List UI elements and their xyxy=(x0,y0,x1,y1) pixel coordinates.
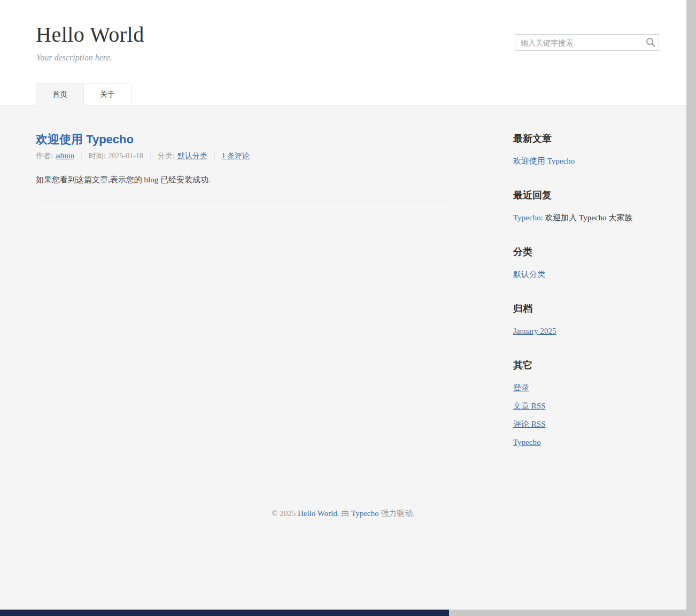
meta-separator: | xyxy=(81,152,82,160)
category-item-link[interactable]: 默认分类 xyxy=(513,270,545,279)
post-body-text: 如果您看到这篇文章,表示您的 blog 已经安装成功. xyxy=(36,174,447,186)
sidebar: 最新文章 欢迎使用 Typecho 最近回复 Typecho: 欢迎加入 Typ… xyxy=(513,132,659,508)
content-row: 欢迎使用 Typecho 作者:admin|时间:2025-01-18|分类:默… xyxy=(0,105,686,508)
time-label: 时间: xyxy=(89,152,106,160)
list-item: 评论 RSS xyxy=(513,419,659,429)
widget-title-categories: 分类 xyxy=(513,245,659,258)
widget-recent-comments: 最近回复 Typecho: 欢迎加入 Typecho 大家族 xyxy=(513,189,659,223)
meta-separator: | xyxy=(214,152,215,160)
list-item: 登录 xyxy=(513,382,659,393)
post-rss-link[interactable]: 文章 RSS xyxy=(513,402,545,410)
list-item: January 2025 xyxy=(513,326,659,336)
meta-separator: | xyxy=(150,152,151,160)
author-link[interactable]: admin xyxy=(56,152,74,160)
list-item: 文章 RSS xyxy=(513,401,659,411)
post-meta: 作者:admin|时间:2025-01-18|分类:默认分类|1 条评论 xyxy=(36,151,447,161)
footer-site-link[interactable]: Hello World xyxy=(298,509,337,518)
main-nav: 首页 关于 xyxy=(0,83,686,105)
widget-title-misc: 其它 xyxy=(513,359,659,372)
widget-categories: 分类 默认分类 xyxy=(513,245,659,280)
typecho-blog-page: Hello World Your description here. 首页 关于… xyxy=(0,0,686,610)
widget-misc: 其它 登录 文章 RSS 评论 RSS Typecho xyxy=(513,359,659,448)
comment-text: : 欢迎加入 Typecho 大家族 xyxy=(540,213,632,222)
widget-title-recent-posts: 最新文章 xyxy=(513,132,659,145)
time-value: 2025-01-18 xyxy=(109,152,143,160)
site-footer: © 2025 Hello World. 由 Typecho 强力驱动. xyxy=(0,508,686,609)
footer-text-middle: . 由 xyxy=(337,509,351,518)
widget-recent-posts: 最新文章 欢迎使用 Typecho xyxy=(513,132,659,166)
login-link[interactable]: 登录 xyxy=(513,383,529,392)
category-label: 分类: xyxy=(158,152,175,160)
nav-tab-about[interactable]: 关于 xyxy=(83,83,132,105)
list-item: Typecho: 欢迎加入 Typecho 大家族 xyxy=(513,212,659,223)
footer-engine-link[interactable]: Typecho xyxy=(351,509,378,518)
magnifier-icon xyxy=(645,37,656,48)
list-item: Typecho xyxy=(513,437,659,448)
recent-post-link[interactable]: 欢迎使用 Typecho xyxy=(513,157,575,165)
site-header: Hello World Your description here. 首页 关于 xyxy=(0,0,686,105)
comment-rss-link[interactable]: 评论 RSS xyxy=(513,420,545,428)
footer-text-suffix: 强力驱动. xyxy=(379,509,415,518)
page-body: 欢迎使用 Typecho 作者:admin|时间:2025-01-18|分类:默… xyxy=(0,105,686,609)
post-divider xyxy=(36,203,447,203)
search-box xyxy=(515,34,659,51)
comments-link[interactable]: 1 条评论 xyxy=(221,152,250,160)
category-link[interactable]: 默认分类 xyxy=(177,152,207,160)
post-list: 欢迎使用 Typecho 作者:admin|时间:2025-01-18|分类:默… xyxy=(36,132,447,508)
search-button[interactable] xyxy=(644,36,657,49)
author-label: 作者: xyxy=(36,152,53,160)
post: 欢迎使用 Typecho 作者:admin|时间:2025-01-18|分类:默… xyxy=(36,132,447,203)
list-item: 欢迎使用 Typecho xyxy=(513,156,659,166)
archive-link[interactable]: January 2025 xyxy=(513,327,556,335)
widget-archives: 归档 January 2025 xyxy=(513,302,659,336)
taskbar-strip xyxy=(0,610,449,616)
comment-author-link[interactable]: Typecho xyxy=(513,213,540,222)
widget-title-recent-comments: 最近回复 xyxy=(513,189,659,202)
nav-tab-home[interactable]: 首页 xyxy=(36,83,84,105)
search-input[interactable] xyxy=(515,34,659,51)
widget-title-archives: 归档 xyxy=(513,302,659,315)
list-item: 默认分类 xyxy=(513,269,659,280)
post-title-link[interactable]: 欢迎使用 Typecho xyxy=(36,132,447,147)
site-description: Your description here. xyxy=(0,52,686,63)
typecho-site-link[interactable]: Typecho xyxy=(513,438,540,446)
copyright-text: © 2025 xyxy=(272,509,298,518)
